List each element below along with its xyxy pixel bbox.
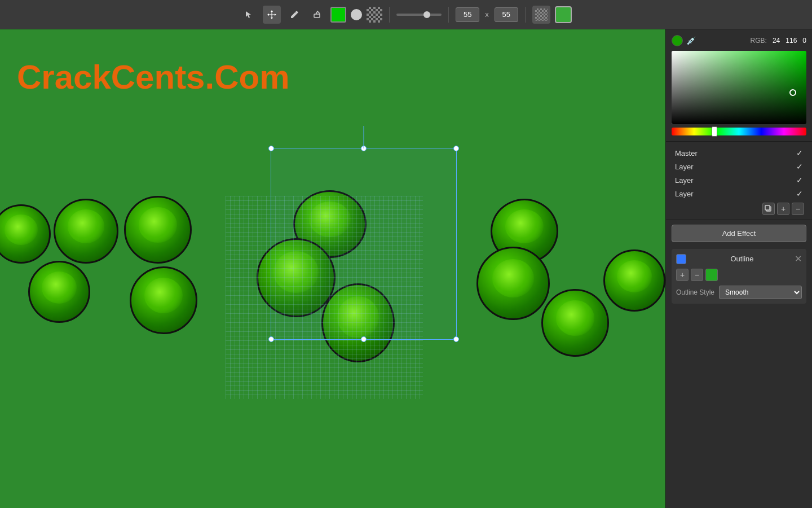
divider-1 — [389, 7, 390, 23]
bush-11 — [541, 289, 609, 357]
eraser-tool-button[interactable] — [308, 6, 326, 24]
move-tool-button[interactable] — [263, 6, 281, 24]
bush-12 — [603, 249, 665, 312]
canvas-area[interactable]: CrackCents.Com — [0, 29, 665, 508]
brush-shape-checker[interactable] — [367, 7, 382, 23]
layer-actions: + − — [672, 203, 806, 215]
main-area: CrackCents.Com — [0, 29, 812, 508]
sel-handle-bottom-right[interactable] — [453, 336, 459, 342]
hue-cursor — [712, 126, 717, 137]
outline-controls: + − — [676, 269, 802, 281]
layers-section: Master ✓ Layer ✓ Layer ✓ Layer ✓ — [666, 142, 812, 220]
rgb-g-value: 116 — [785, 37, 797, 45]
outline-color-swatch[interactable] — [676, 254, 686, 264]
pencil-tool-button[interactable] — [285, 6, 303, 24]
layer-copy-button[interactable] — [762, 203, 775, 215]
canvas-height-input[interactable] — [495, 7, 518, 22]
brush-size-slider[interactable] — [396, 14, 442, 16]
canvas-width-input[interactable] — [456, 7, 479, 22]
outline-title: Outline — [730, 255, 753, 263]
svg-rect-2 — [765, 205, 770, 210]
effects-section: Add Effect Outline ✕ + − Outline Style S… — [666, 220, 812, 508]
outline-effect-header: Outline ✕ — [676, 253, 802, 264]
hue-bar[interactable] — [672, 128, 806, 135]
layer-master[interactable]: Master ✓ — [672, 146, 806, 160]
outline-style-label: Outline Style — [676, 288, 714, 296]
layer-3-check: ✓ — [796, 189, 803, 198]
sel-handle-top[interactable] — [361, 146, 367, 151]
layer-1-label: Layer — [675, 163, 694, 171]
watermark-text: CrackCents.Com — [17, 58, 290, 97]
select-tool-button[interactable] — [240, 6, 258, 24]
bush-8 — [321, 283, 395, 362]
gradient-cursor — [789, 89, 796, 96]
layer-1[interactable]: Layer ✓ — [672, 160, 806, 173]
color-gradient[interactable] — [672, 51, 806, 124]
outline-style-row: Outline Style Smooth Hard None — [676, 286, 802, 299]
outline-style-select[interactable]: Smooth Hard None — [719, 286, 802, 299]
bush-5 — [130, 266, 197, 334]
outline-green-swatch[interactable] — [705, 269, 718, 281]
svg-rect-0 — [314, 14, 320, 17]
layer-3[interactable]: Layer ✓ — [672, 187, 806, 200]
divider-2 — [448, 7, 449, 23]
bush-3 — [28, 261, 90, 323]
canvas-color-swatch[interactable] — [555, 6, 572, 23]
outline-minus-button[interactable]: − — [691, 269, 703, 281]
rgb-r-value: 24 — [773, 37, 780, 45]
grid-mode-icon — [535, 8, 548, 21]
color-swatch-toolbar[interactable] — [330, 7, 346, 23]
color-header: 💉 RGB: 24 116 0 — [672, 35, 806, 46]
size-separator: x — [485, 10, 489, 19]
bush-4 — [124, 196, 192, 264]
layer-2[interactable]: Layer ✓ — [672, 173, 806, 187]
bush-7 — [257, 238, 336, 317]
right-panel: 💉 RGB: 24 116 0 Master ✓ Layer ✓ — [665, 29, 812, 508]
outline-close-button[interactable]: ✕ — [795, 253, 802, 264]
layer-master-check: ✓ — [796, 148, 803, 157]
sel-rotation-line — [364, 126, 364, 148]
bush-1 — [0, 204, 51, 264]
outline-effect: Outline ✕ + − Outline Style Smooth Hard … — [672, 249, 806, 304]
brush-size-thumb[interactable] — [423, 11, 430, 18]
toolbar: x — [0, 0, 812, 29]
sel-handle-top-left[interactable] — [268, 146, 274, 151]
sel-handle-bottom-left[interactable] — [268, 336, 274, 342]
layer-3-label: Layer — [675, 190, 694, 198]
eyedropper-icon[interactable]: 💉 — [686, 36, 696, 45]
current-color-circle[interactable] — [672, 35, 683, 46]
layer-2-label: Layer — [675, 176, 694, 185]
layer-remove-button[interactable]: − — [792, 203, 804, 215]
grid-mode-button[interactable] — [532, 6, 550, 24]
divider-3 — [525, 7, 526, 23]
bush-10 — [476, 247, 550, 320]
layer-add-button[interactable]: + — [777, 203, 789, 215]
layer-2-check: ✓ — [796, 176, 803, 185]
color-section: 💉 RGB: 24 116 0 — [666, 29, 812, 142]
sel-handle-top-right[interactable] — [453, 146, 459, 151]
bush-2 — [54, 199, 118, 264]
add-effect-button[interactable]: Add Effect — [672, 225, 806, 242]
rgb-label: RGB: — [751, 37, 767, 45]
layer-master-label: Master — [675, 149, 698, 157]
layer-1-check: ✓ — [796, 162, 803, 171]
rgb-b-value: 0 — [802, 37, 806, 45]
brush-shape-circle[interactable] — [351, 9, 362, 20]
outline-plus-button[interactable]: + — [676, 269, 689, 281]
